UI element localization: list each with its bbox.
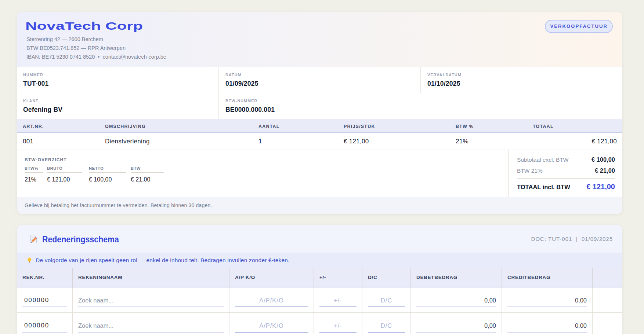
svg-text:Redeneringsschema: Redeneringsschema	[42, 235, 119, 244]
svg-text:NovaTech Corp: NovaTech Corp	[25, 22, 143, 32]
